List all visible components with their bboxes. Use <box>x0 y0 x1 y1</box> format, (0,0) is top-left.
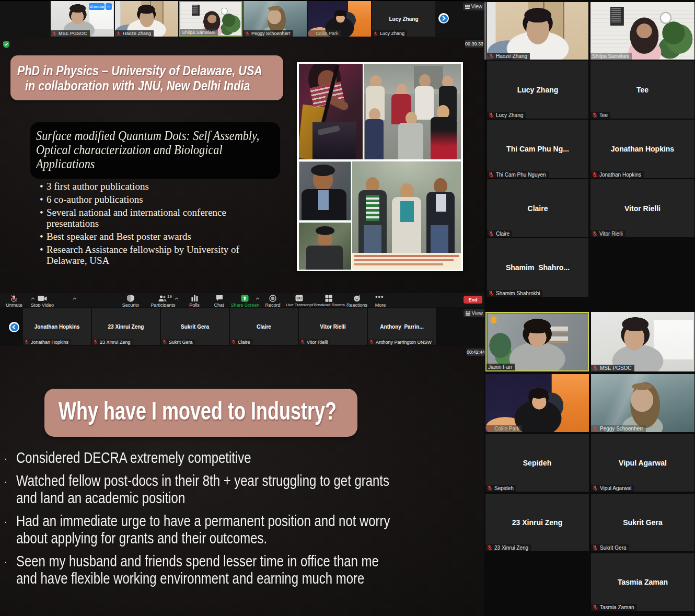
svg-text:CC: CC <box>296 296 302 300</box>
